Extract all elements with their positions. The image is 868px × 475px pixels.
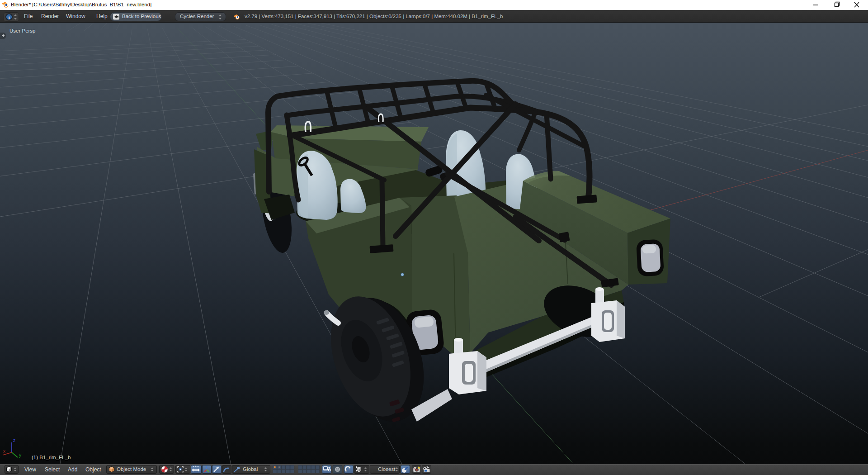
svg-text:i: i	[8, 14, 9, 20]
